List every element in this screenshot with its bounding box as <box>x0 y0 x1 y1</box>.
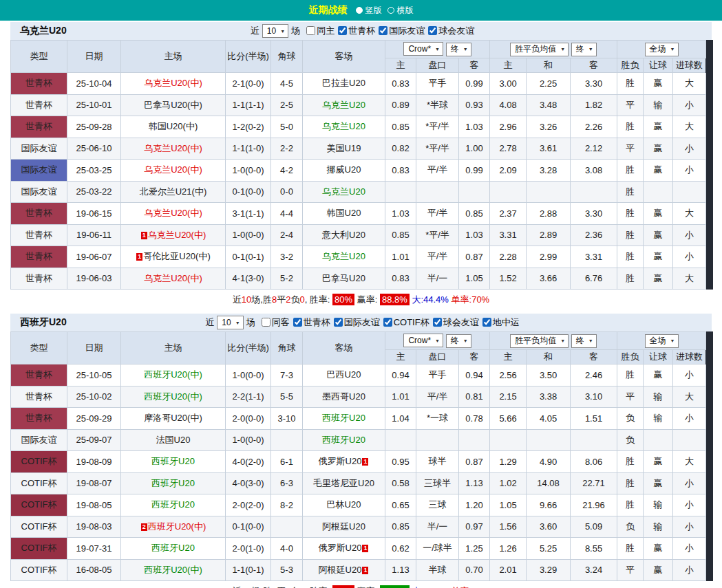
goals-result: 小 <box>673 472 706 494</box>
home-odds: 1.13 <box>385 559 416 581</box>
summary-segment: 赢率: <box>354 294 380 305</box>
match-row: 世青杯25-10-02西班牙U20(中)2-2(1-1)5-5墨西哥U201.0… <box>11 386 713 408</box>
scope-header-group: 全场▼ <box>617 332 706 350</box>
clipped-column <box>706 332 713 364</box>
home-team-name: 西班牙U20 <box>151 456 195 466</box>
checkbox-input[interactable] <box>482 318 491 327</box>
col-header-corner: 角球 <box>271 41 303 73</box>
home-team-name: 西班牙U20 <box>151 499 195 510</box>
competition-type: 世青杯 <box>11 246 67 268</box>
goals-result: 小 <box>673 138 706 160</box>
handicap-result: 赢 <box>644 268 673 290</box>
radio-icon[interactable] <box>387 7 394 14</box>
filter-checkbox-球会友谊[interactable]: 球会友谊 <box>428 25 474 37</box>
bookmaker-select[interactable]: Crow*▼ <box>403 334 443 347</box>
sub-header-home-odds: 主 <box>385 350 416 364</box>
handicap-result: 输 <box>644 408 673 430</box>
filter-checkbox-地中运[interactable]: 地中运 <box>482 316 520 329</box>
avg-stage-select[interactable]: 终▼ <box>571 43 597 56</box>
score: 4-1(3-0) <box>226 268 271 290</box>
match-row: 国际友谊25-03-25乌克兰U20(中)1-0(0-0)4-2挪威U200.8… <box>11 160 713 182</box>
filter-checkbox-球会友谊[interactable]: 球会友谊 <box>433 316 479 329</box>
avg-odds-select[interactable]: 胜平负均值▼ <box>510 334 569 348</box>
checkbox-input[interactable] <box>383 318 392 327</box>
filter-checkbox-同主[interactable]: 同主 <box>306 25 335 37</box>
avg-draw: 4.05 <box>527 408 571 430</box>
checkbox-input[interactable] <box>428 26 437 35</box>
match-result: 胜 <box>617 181 644 203</box>
goals-result: 小 <box>673 408 706 430</box>
avg-home: 3.31 <box>490 224 527 246</box>
handicap-result: 赢 <box>644 116 673 138</box>
checkbox-input[interactable] <box>262 318 270 327</box>
handicap-result: 赢 <box>644 160 673 182</box>
away-team-name: 美国U19 <box>327 143 361 153</box>
clipped-column <box>706 516 713 538</box>
home-team: 乌克兰U20(中) <box>121 203 226 225</box>
handicap: 半/一 <box>416 268 459 290</box>
competition-type: 国际友谊 <box>11 160 67 182</box>
competition-type: COTIF杯 <box>11 559 67 581</box>
away-team: 毛里塔尼亚U20 <box>303 472 385 494</box>
score: 2-0(1-0) <box>226 538 271 560</box>
score: 1-0(0-0) <box>226 429 271 451</box>
filter-checkbox-国际友谊[interactable]: 国际友谊 <box>334 316 380 329</box>
bookmaker-select[interactable]: Crow*▼ <box>403 42 443 56</box>
page-title: 近期战绩 <box>309 4 348 17</box>
avg-odds-select[interactable]: 胜平负均值▼ <box>510 43 569 56</box>
away-team-name: 阿根廷U20 <box>319 565 362 575</box>
match-date: 25-10-04 <box>67 73 121 95</box>
stats-summary-ukraine: 近10场,胜8平2负0, 胜率: 80% 赢率: 88.8% 大:44.4% 单… <box>10 290 712 309</box>
away-team: 乌克兰U20 <box>303 94 385 116</box>
avg-away <box>571 429 617 451</box>
avg-away: 3.24 <box>571 559 617 581</box>
home-team: 1哥伦比亚U20(中) <box>121 246 226 268</box>
sub-header-handicap: 盘口 <box>416 58 459 73</box>
col-header-type: 类型 <box>11 332 67 364</box>
match-row: 世青杯19-06-071哥伦比亚U20(中)0-1(0-1)3-2乌克兰U201… <box>11 246 713 268</box>
filter-checkbox-国际友谊[interactable]: 国际友谊 <box>379 25 425 37</box>
chevron-down-icon: ▼ <box>435 47 440 52</box>
match-date: 19-08-07 <box>67 472 121 494</box>
layout-radio-横版[interactable]: 横版 <box>387 5 414 17</box>
away-team: 西班牙U20 <box>303 408 385 430</box>
checkbox-input[interactable] <box>293 318 302 327</box>
layout-radio-竖版[interactable]: 竖版 <box>356 5 382 17</box>
odds-stage-select[interactable]: 终▼ <box>446 43 471 56</box>
filter-checkbox-COTIF杯[interactable]: COTIF杯 <box>383 316 429 329</box>
clipped-column <box>706 559 713 581</box>
filter-checkbox-世青杯[interactable]: 世青杯 <box>338 25 375 37</box>
avg-home: 1.29 <box>490 451 527 473</box>
score: 0-1(0-1) <box>226 246 271 268</box>
competition-type: 世青杯 <box>11 116 67 138</box>
odds-stage-select[interactable]: 终▼ <box>446 334 471 348</box>
avg-home <box>490 429 527 451</box>
scope-select[interactable]: 全场▼ <box>645 43 679 56</box>
match-result: 平 <box>617 138 644 160</box>
goals-result: 小 <box>673 246 706 268</box>
away-team-name: 乌克兰U20 <box>322 121 365 131</box>
avg-home: 1.02 <box>490 472 527 494</box>
checkbox-input[interactable] <box>379 26 387 35</box>
avg-away: 2.26 <box>571 116 617 138</box>
filter-checkbox-同客[interactable]: 同客 <box>262 316 290 329</box>
scope-select[interactable]: 全场▼ <box>645 334 679 348</box>
sub-header-avg-away: 客 <box>571 58 617 73</box>
match-row: 世青杯25-10-05西班牙U20(中)1-0(0-0)7-3巴西U200.94… <box>11 364 713 386</box>
checkbox-input[interactable] <box>306 26 315 35</box>
match-count-select[interactable]: 10▼ <box>262 24 288 38</box>
filter-checkbox-世青杯[interactable]: 世青杯 <box>293 316 330 329</box>
checkbox-input[interactable] <box>334 318 343 327</box>
competition-type: 世青杯 <box>11 386 67 408</box>
checkbox-input[interactable] <box>433 318 442 327</box>
clipped-column <box>706 94 713 116</box>
radio-selected-icon[interactable] <box>356 7 363 14</box>
home-odds <box>385 181 416 203</box>
home-team-name: 摩洛哥U20(中) <box>144 413 202 423</box>
match-row: 世青杯25-10-01巴拿马U20(中)1-1(1-1)2-5乌克兰U200.8… <box>11 94 713 116</box>
avg-stage-select[interactable]: 终▼ <box>571 334 597 348</box>
match-count-select[interactable]: 10▼ <box>217 316 243 329</box>
handicap: *平/半 <box>416 224 459 246</box>
avg-home: 1.05 <box>490 494 527 516</box>
checkbox-input[interactable] <box>338 26 347 35</box>
